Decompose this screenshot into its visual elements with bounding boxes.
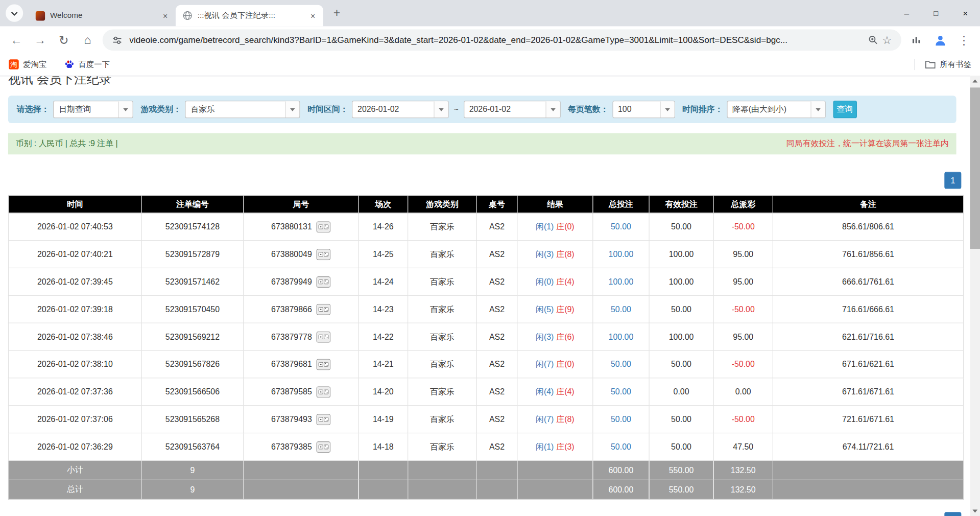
column-header: 游戏类别	[408, 195, 477, 213]
caret-down-icon[interactable]	[545, 101, 560, 118]
url-text[interactable]: videoie.com/game/betrecord_search/kind3?…	[129, 35, 861, 45]
tab-close-icon[interactable]: ×	[307, 10, 318, 21]
refresh-button[interactable]: ↻	[53, 30, 75, 51]
cell-time: 2026-01-02 07:39:45	[9, 268, 142, 295]
cell-time: 2026-01-02 07:38:46	[9, 323, 142, 350]
bookmark-baidu[interactable]: 百度一下	[64, 59, 109, 70]
search-button[interactable]: 查询	[833, 101, 857, 118]
vertical-scrollbar[interactable]	[970, 76, 980, 516]
result-banker: 庄(8)	[556, 414, 574, 424]
cell-game-type: 百家乐	[408, 378, 477, 406]
cell-total-bet[interactable]: 100.00	[593, 323, 649, 350]
zoom-icon[interactable]	[866, 35, 880, 45]
round-result-icon[interactable]	[316, 276, 330, 287]
round-result-icon[interactable]	[316, 331, 330, 342]
caret-down-icon[interactable]	[660, 101, 674, 118]
cell-round-number: 673879385	[244, 433, 358, 461]
new-tab-button[interactable]: +	[328, 5, 346, 22]
cell-payout: -50.00	[713, 350, 773, 378]
cell-payout: 95.00	[713, 241, 773, 268]
tab-close-icon[interactable]: ×	[160, 10, 171, 21]
cell-result: 闲(4)庄(4)	[517, 378, 593, 406]
minimize-button[interactable]: –	[892, 0, 922, 26]
currency-total-text: 币别 : 人民币 | 总共 :9 注单 |	[16, 138, 118, 149]
cell-valid-bet: 100.00	[649, 323, 713, 350]
round-result-icon[interactable]	[316, 221, 330, 232]
cell-time: 2026-01-02 07:40:21	[9, 241, 142, 268]
cell-total-bet[interactable]: 50.00	[593, 406, 649, 433]
scroll-up-arrow[interactable]	[970, 76, 980, 86]
scroll-down-arrow[interactable]	[970, 506, 980, 516]
round-result-icon[interactable]	[316, 386, 330, 397]
address-bar[interactable]: videoie.com/game/betrecord_search/kind3?…	[103, 30, 901, 51]
round-result-icon[interactable]	[316, 303, 330, 315]
round-result-icon[interactable]	[316, 249, 330, 260]
bet-records-table: 时间注单编号局号场次游戏类别桌号结果总投注有效投注总派彩备注 2026-01-0…	[8, 195, 964, 500]
menu-icon[interactable]: ⋮	[953, 30, 974, 51]
forward-button[interactable]: →	[30, 30, 51, 51]
cell-bet-number: 523091574128	[141, 213, 243, 241]
sort-label: 时间排序：	[682, 104, 723, 115]
tab-title: :::视讯 会员下注纪录:::	[198, 10, 304, 21]
tab-search-button[interactable]	[6, 5, 23, 22]
round-result-icon[interactable]	[316, 414, 330, 425]
column-header: 备注	[773, 195, 963, 213]
cell-total-bet[interactable]: 100.00	[593, 241, 649, 268]
tab-welcome[interactable]: Welcome ×	[28, 5, 176, 27]
per-page-label: 每页笔数：	[568, 104, 609, 115]
per-page-select[interactable]: 100	[612, 101, 675, 118]
cell-game-type: 百家乐	[408, 268, 477, 295]
game-type-select[interactable]: 百家乐	[185, 101, 300, 118]
subtotal-payout: 132.50	[713, 460, 773, 480]
caret-down-icon[interactable]	[434, 101, 448, 118]
date-end-input[interactable]: 2026-01-02	[464, 101, 561, 118]
bookmark-star-icon[interactable]: ☆	[880, 33, 894, 46]
caret-down-icon[interactable]	[285, 101, 299, 118]
navigation-bar: ← → ↻ ⌂ videoie.com/game/betrecord_searc…	[0, 26, 980, 54]
caret-down-icon[interactable]	[118, 101, 132, 118]
cell-game-type: 百家乐	[408, 433, 477, 461]
column-header: 总投注	[593, 195, 649, 213]
round-result-icon[interactable]	[316, 441, 330, 452]
round-number: 673879778	[271, 332, 312, 341]
scrollbar-thumb[interactable]	[970, 87, 980, 249]
round-result-icon[interactable]	[316, 359, 330, 370]
cell-round-number: 673879778	[244, 323, 358, 350]
cell-bet-number: 523091565268	[141, 406, 243, 433]
media-controls-icon[interactable]	[905, 30, 927, 51]
close-button[interactable]: ×	[951, 0, 980, 26]
chevron-down-icon	[11, 8, 18, 19]
sort-select[interactable]: 降幂(由大到小)	[727, 101, 825, 118]
profile-icon[interactable]	[929, 30, 951, 51]
subtotal-valid-bet: 550.00	[649, 460, 713, 480]
home-button[interactable]: ⌂	[77, 30, 99, 51]
pagination-bottom-partial[interactable]	[944, 512, 961, 516]
result-player: 闲(5)	[536, 304, 554, 313]
cell-total-bet[interactable]: 50.00	[593, 378, 649, 406]
maximize-button[interactable]: □	[921, 0, 951, 26]
bookmark-taobao[interactable]: 淘 爱淘宝	[9, 59, 46, 70]
cell-total-bet[interactable]: 50.00	[593, 433, 649, 461]
cell-total-bet[interactable]: 50.00	[593, 213, 649, 241]
back-button[interactable]: ←	[6, 30, 27, 51]
query-type-select[interactable]: 日期查询	[53, 101, 133, 118]
cell-game-type: 百家乐	[408, 350, 477, 378]
column-header: 注单编号	[141, 195, 243, 213]
site-settings-icon[interactable]	[110, 35, 124, 45]
cell-time: 2026-01-02 07:37:36	[9, 378, 142, 406]
all-bookmarks-button[interactable]: 所有书签	[915, 59, 971, 70]
pagination-page-1[interactable]: 1	[944, 172, 961, 189]
divider	[915, 59, 915, 70]
cell-table-number: AS2	[476, 378, 517, 406]
cell-total-bet[interactable]: 50.00	[593, 350, 649, 378]
cell-total-bet[interactable]: 100.00	[593, 268, 649, 295]
cell-total-bet[interactable]: 50.00	[593, 295, 649, 323]
result-banker: 庄(6)	[556, 332, 574, 341]
round-number: 673879385	[271, 442, 312, 451]
cell-round-number: 673879949	[244, 268, 358, 295]
date-start-input[interactable]: 2026-01-02	[352, 101, 449, 118]
cell-bet-number: 523091572879	[141, 241, 243, 268]
caret-down-icon[interactable]	[810, 101, 825, 118]
tab-bet-records[interactable]: :::视讯 会员下注纪录::: ×	[176, 5, 323, 27]
table-row: 2026-01-02 07:36:29 523091563764 6738793…	[9, 433, 964, 461]
